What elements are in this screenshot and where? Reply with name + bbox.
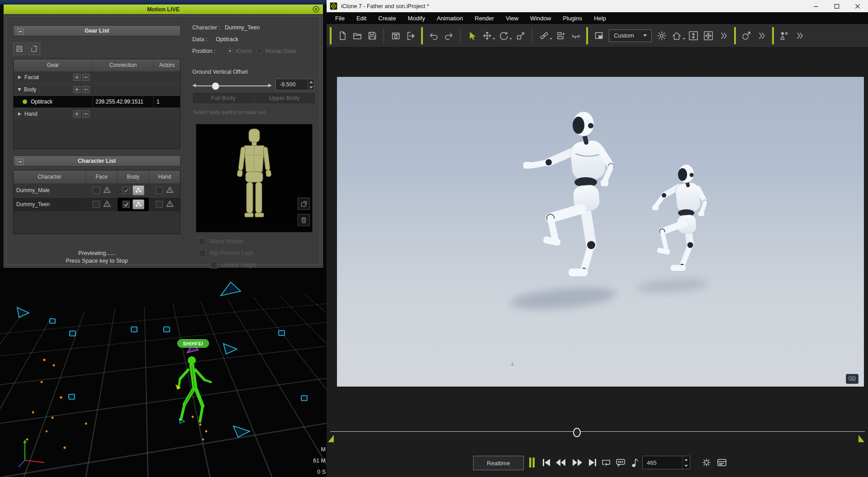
character-scale-button[interactable]: [777, 28, 792, 44]
add-gear-button[interactable]: [73, 110, 81, 118]
menu-view[interactable]: View: [500, 12, 524, 24]
slider-thumb[interactable]: [212, 82, 219, 90]
rotate-tool-dropdown-icon[interactable]: [509, 38, 512, 40]
mocap-settings-icon[interactable]: [133, 199, 144, 209]
hand-checkbox[interactable]: [156, 187, 163, 194]
gizmo-edit-button[interactable]: [739, 28, 754, 44]
character-row[interactable]: Dummy_Male: [14, 183, 180, 197]
reset-mask-button[interactable]: [298, 198, 310, 210]
collapse-icon[interactable]: [18, 88, 21, 91]
link-tool-dropdown-icon[interactable]: [550, 38, 552, 40]
face-checkbox[interactable]: [93, 187, 100, 194]
range-start-marker[interactable]: [328, 435, 334, 442]
rewind-button[interactable]: [555, 457, 567, 468]
menu-create[interactable]: Create: [372, 12, 402, 24]
remove-gear-button[interactable]: [82, 110, 90, 118]
iclone-radio[interactable]: [227, 48, 233, 54]
menu-modify[interactable]: Modify: [402, 12, 431, 24]
expand-icon[interactable]: [18, 112, 21, 116]
home-view-button[interactable]: [669, 28, 684, 44]
frame-spinner[interactable]: [682, 456, 690, 469]
fit-vertical-button[interactable]: [686, 28, 701, 44]
motive-3d-viewport[interactable]: SHIHFEI M61 M0 S: [0, 268, 327, 477]
unlock-height-checkbox[interactable]: [210, 261, 218, 269]
pan-view-button[interactable]: [701, 28, 716, 44]
menu-animation[interactable]: Animation: [431, 12, 469, 24]
menu-help[interactable]: Help: [588, 12, 612, 24]
redo-button[interactable]: [441, 28, 456, 44]
go-to-start-button[interactable]: [540, 457, 553, 468]
mirror-motion-checkbox[interactable]: [199, 238, 206, 245]
gear-row-optitrack[interactable]: Optitrack 239.255.42.99:1511 1: [14, 95, 180, 108]
menu-plugins[interactable]: Plugins: [557, 12, 588, 24]
tab-full-body[interactable]: Full Body: [192, 92, 254, 104]
add-gear-button[interactable]: [73, 74, 81, 81]
audio-mute-icon[interactable]: [629, 457, 641, 468]
viewport-display-icon[interactable]: [846, 374, 859, 384]
gear-row-body[interactable]: Body: [14, 83, 180, 95]
body-mask-preview[interactable]: [196, 124, 313, 232]
menu-edit[interactable]: Edit: [351, 12, 372, 24]
minimize-button[interactable]: [806, 0, 826, 12]
maximize-button[interactable]: [826, 0, 847, 12]
timeline-scrubber[interactable]: [330, 431, 865, 432]
go-to-end-button[interactable]: [586, 457, 599, 468]
align-button[interactable]: [553, 28, 568, 44]
menu-render[interactable]: Render: [469, 12, 500, 24]
remove-gear-button[interactable]: [82, 86, 90, 93]
character-row[interactable]: Dummy_Teen: [14, 197, 180, 211]
undo-button[interactable]: [426, 28, 441, 44]
tab-upper-body[interactable]: Upper Body: [254, 92, 315, 104]
new-project-button[interactable]: [335, 28, 350, 44]
current-frame-input[interactable]: [643, 456, 682, 469]
comment-button[interactable]: [614, 457, 627, 468]
link-tool-button[interactable]: [536, 28, 551, 44]
menu-file[interactable]: File: [329, 12, 351, 24]
camera-preset-dropdown[interactable]: Custom: [609, 29, 652, 42]
expand-icon[interactable]: [18, 76, 21, 79]
ground-offset-spinner[interactable]: [308, 79, 314, 90]
move-tool-button[interactable]: [479, 28, 494, 44]
loop-button[interactable]: [600, 457, 612, 468]
close-icon[interactable]: [313, 6, 319, 13]
menu-window[interactable]: Window: [524, 12, 557, 24]
export-button[interactable]: [403, 28, 418, 44]
motion-live-titlebar[interactable]: Motion LIVE: [4, 5, 323, 14]
fast-forward-button[interactable]: [571, 457, 583, 468]
collapse-icon[interactable]: [17, 159, 24, 165]
more-tools-icon[interactable]: [716, 28, 731, 44]
light-button[interactable]: [655, 28, 669, 44]
character-list-header[interactable]: Character List: [13, 156, 180, 166]
playback-settings-icon[interactable]: [700, 457, 713, 468]
pause-button[interactable]: [526, 457, 538, 468]
collapse-icon[interactable]: [17, 28, 24, 35]
home-view-dropdown-icon[interactable]: [683, 38, 685, 40]
face-checkbox[interactable]: [93, 201, 100, 208]
ground-offset-slider[interactable]: [192, 82, 272, 90]
hip-position-lock-checkbox[interactable]: [199, 250, 206, 257]
ground-offset-input[interactable]: [276, 79, 308, 90]
mocap-data-radio[interactable]: [256, 48, 262, 54]
hand-checkbox[interactable]: [156, 201, 163, 208]
body-checkbox[interactable]: [123, 201, 130, 208]
close-button[interactable]: [847, 0, 868, 12]
mocap-settings-icon[interactable]: [133, 185, 144, 195]
timeline-panel-icon[interactable]: [716, 457, 728, 468]
load-gear-button[interactable]: [28, 43, 40, 55]
realtime-button[interactable]: Realtime: [473, 456, 524, 470]
scale-tool-button[interactable]: [513, 28, 528, 44]
gear-row-hand[interactable]: Hand: [14, 108, 180, 120]
workspace-layout-button[interactable]: [591, 28, 606, 44]
more-character-tools-icon[interactable]: [792, 28, 807, 44]
gear-row-facial[interactable]: Facial: [14, 71, 180, 83]
add-gear-button[interactable]: [73, 86, 81, 93]
save-gear-button[interactable]: [13, 43, 26, 55]
render-preview-button[interactable]: [388, 28, 403, 44]
gear-list-header[interactable]: Gear List: [13, 25, 180, 36]
body-checkbox[interactable]: [123, 187, 130, 194]
select-tool-button[interactable]: [465, 28, 479, 44]
iclone-titlebar[interactable]: iClone 7 - Father and son.iProject *: [327, 0, 868, 12]
hide-object-button[interactable]: [568, 28, 583, 44]
playhead[interactable]: [573, 428, 581, 437]
save-project-button[interactable]: [365, 28, 379, 44]
